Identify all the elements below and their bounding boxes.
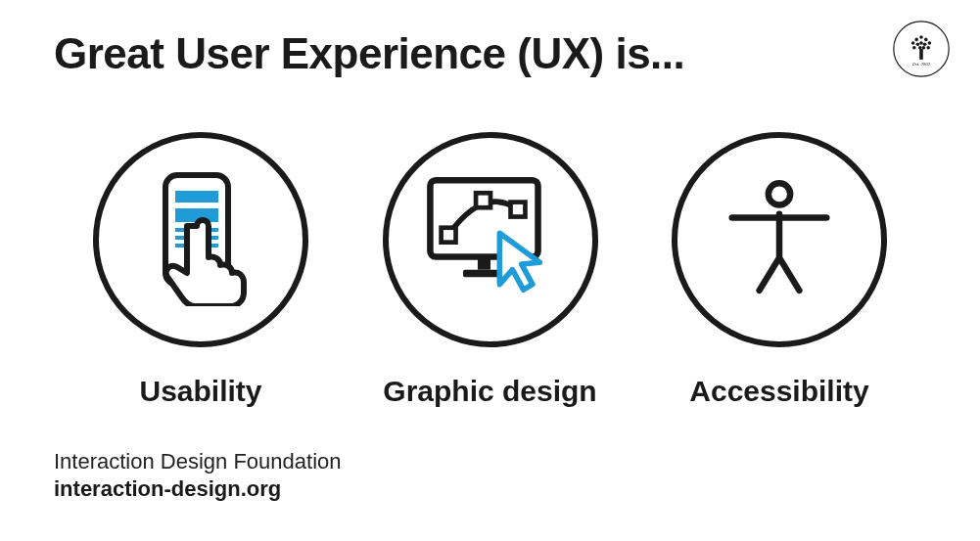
svg-point-12 [918,46,922,50]
item-circle [383,132,598,347]
item-graphic-design: Graphic design [363,132,618,408]
vector-cursor-icon [417,169,564,310]
svg-text:Est. 2002: Est. 2002 [911,62,931,67]
footer-url: interaction-design.org [54,476,342,502]
svg-point-13 [922,46,926,50]
svg-point-27 [769,183,790,204]
svg-rect-26 [510,203,525,217]
svg-rect-24 [441,228,455,243]
item-circle [672,132,887,347]
svg-rect-16 [175,191,218,203]
svg-point-4 [924,38,928,42]
svg-point-3 [914,38,918,42]
svg-point-5 [911,41,915,45]
item-accessibility: Accessibility [652,132,907,408]
svg-rect-1 [919,49,923,60]
item-circle [93,132,308,347]
svg-point-11 [926,46,930,50]
slide-footer: Interaction Design Foundation interactio… [54,449,342,502]
svg-point-10 [912,46,916,50]
svg-point-9 [919,41,923,45]
svg-rect-25 [476,193,490,207]
item-usability: Usability [73,132,328,408]
svg-point-8 [923,42,927,46]
org-logo-icon: Est. 2002 [892,20,951,78]
slide-title: Great User Experience (UX) is... [54,29,926,78]
touch-phone-icon [132,169,269,310]
item-label: Usability [139,375,261,408]
svg-point-6 [928,41,932,45]
svg-point-2 [919,35,923,39]
svg-point-7 [916,42,920,46]
person-outline-icon [716,174,843,305]
slide: Great User Experience (UX) is... Est. 20… [0,0,980,541]
item-label: Accessibility [689,375,868,408]
item-label: Graphic design [383,375,596,408]
svg-rect-22 [477,257,490,270]
footer-org: Interaction Design Foundation [54,449,342,474]
items-row: Usability [54,132,926,408]
